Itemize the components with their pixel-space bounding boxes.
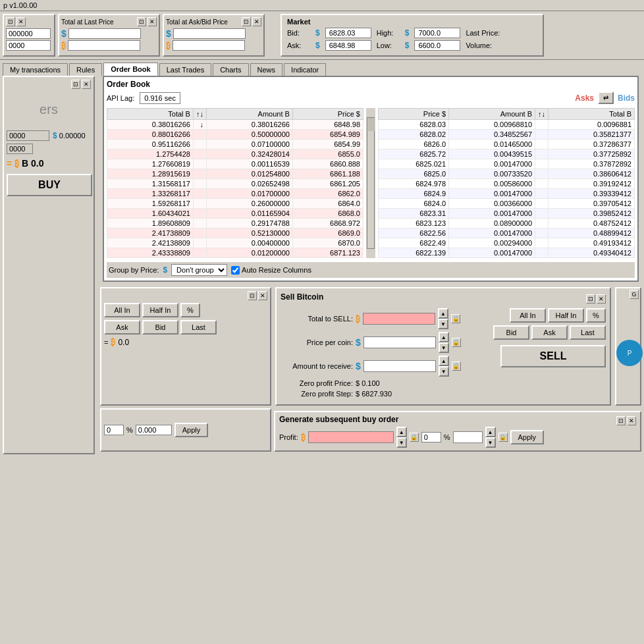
close-btn-sell[interactable]: ✕	[597, 294, 606, 304]
asks-row-11[interactable]: 2.417388090.521300006869.0	[107, 228, 363, 238]
spin-down-atr[interactable]: ▼	[439, 366, 449, 377]
spin-up-pct[interactable]: ▲	[485, 427, 496, 437]
bids-row-13[interactable]: 6822.1390.001470000.49340412	[379, 248, 635, 258]
restore-btn-right[interactable]: G	[630, 290, 639, 299]
bids-row-9[interactable]: 6823.310.001470000.39852412	[379, 209, 635, 219]
bids-row-4[interactable]: 6825.0210.001470000.37872892	[379, 159, 635, 169]
bids-col-sort[interactable]: ↑↓	[535, 109, 549, 120]
asks-row-3[interactable]: 1.27544280.324280146855.0	[107, 149, 363, 159]
spin-down-total[interactable]: ▼	[438, 319, 448, 329]
lock-btn-atr[interactable]: 🔒	[452, 362, 461, 371]
asks-row-0[interactable]: 0.38016266↓0.380162666848.98	[107, 120, 363, 130]
close-btn-tab[interactable]: ✕	[252, 17, 261, 26]
restore-btn-tab[interactable]: ⊡	[242, 17, 251, 26]
bids-row-12[interactable]: 6822.490.002940000.49193412	[379, 238, 635, 248]
close-btn-left[interactable]: ✕	[82, 80, 91, 89]
lock-btn-profit[interactable]: 🔒	[410, 433, 419, 442]
total-to-sell-input[interactable]: 0.00000000	[363, 313, 435, 325]
spin-down-profit[interactable]: ▼	[396, 437, 407, 448]
asks-row-8[interactable]: 1.592681170.260000006864.0	[107, 199, 363, 209]
asks-row-2[interactable]: 0.951162660.071000006854.99	[107, 140, 363, 149]
tab-rules[interactable]: Rules	[69, 63, 102, 76]
price-per-coin-input[interactable]: 6828.030	[363, 336, 436, 348]
group-select[interactable]: Don't group 0.1 1	[171, 264, 227, 276]
buy-button[interactable]: BUY	[7, 174, 92, 196]
left-apply-btn[interactable]: Apply	[174, 423, 209, 437]
tab-btc-input[interactable]: 0.0	[173, 40, 245, 51]
left-usd-input[interactable]	[7, 130, 49, 141]
close-btn-buy[interactable]: ✕	[258, 291, 267, 300]
amount-receive-input[interactable]: 0.00000000	[363, 360, 436, 372]
asks-row-12[interactable]: 2.421388090.004000006870.0	[107, 238, 363, 248]
restore-btn-tlp[interactable]: ⊡	[137, 17, 146, 26]
btn-pct-buy[interactable]: %	[180, 303, 200, 317]
spin-up-profit[interactable]: ▲	[396, 427, 407, 437]
restore-btn-lw[interactable]: ⊡	[6, 17, 15, 26]
asks-row-5[interactable]: 1.289156190.012548006861.188	[107, 169, 363, 179]
lock-btn-ppc[interactable]: 🔒	[452, 338, 461, 347]
asks-row-7[interactable]: 1.332681170.017000006862.0	[107, 189, 363, 199]
restore-btn-sell[interactable]: ⊡	[586, 294, 595, 304]
btn-last-sell[interactable]: Last	[570, 325, 606, 340]
profit-zero-input[interactable]	[421, 432, 441, 443]
btn-ask-buy[interactable]: Ask	[104, 320, 140, 335]
bids-row-10[interactable]: 6823.1230.089000000.48752412	[379, 219, 635, 228]
tab-order-book[interactable]: Order Book	[103, 63, 158, 76]
sell-button[interactable]: SELL	[500, 345, 606, 367]
spin-down-pct[interactable]: ▼	[485, 437, 496, 448]
btn-half-in-sell[interactable]: Half In	[548, 308, 584, 323]
profit-input[interactable]: 0.00000000	[308, 431, 394, 443]
restore-btn-buy[interactable]: ⊡	[248, 291, 257, 300]
bids-row-8[interactable]: 6824.00.003660000.39705412	[379, 199, 635, 209]
tab-charts[interactable]: Charts	[213, 63, 248, 76]
swap-button[interactable]: ⇄	[598, 92, 614, 104]
close-btn-tlp[interactable]: ✕	[148, 17, 157, 26]
tlp-usd-input[interactable]: 0.0	[68, 28, 141, 39]
bids-row-5[interactable]: 6825.00.007335200.38606412	[379, 169, 635, 179]
tab-last-trades[interactable]: Last Trades	[159, 63, 211, 76]
left-sub-step-input[interactable]	[136, 425, 172, 435]
restore-btn-sub[interactable]: ⊡	[616, 416, 626, 425]
btn-bid-buy[interactable]: Bid	[142, 320, 178, 335]
close-btn-sub[interactable]: ✕	[627, 416, 636, 425]
tab-usd-input[interactable]: 0.0	[173, 28, 246, 39]
spin-up-ppc[interactable]: ▲	[439, 332, 449, 342]
asks-row-6[interactable]: 1.315681170.026524986861.205	[107, 179, 363, 189]
left-sub-pct-input[interactable]	[104, 425, 124, 435]
asks-row-9[interactable]: 1.604340210.011659046868.0	[107, 209, 363, 219]
lock-btn-total[interactable]: 🔒	[451, 314, 460, 323]
tlp-btc-input[interactable]: 0.0	[68, 40, 140, 51]
asks-row-13[interactable]: 2.433388090.012000006871.123	[107, 248, 363, 258]
btn-all-in-sell[interactable]: All In	[510, 308, 546, 323]
btn-last-buy[interactable]: Last	[180, 320, 217, 335]
btn-bid-sell[interactable]: Bid	[493, 325, 529, 340]
btn-ask-sell[interactable]: Ask	[531, 325, 568, 340]
tab-news[interactable]: News	[250, 63, 283, 76]
bids-row-0[interactable]: 6828.030.009688100.0096881	[379, 120, 635, 130]
ob-divider[interactable]	[366, 108, 375, 258]
bids-row-3[interactable]: 6825.720.004395150.37725892	[379, 149, 635, 159]
blue-circle-icon[interactable]: P	[616, 340, 643, 366]
bids-row-1[interactable]: 6828.020.348525670.35821377	[379, 130, 635, 140]
close-btn-lw[interactable]: ✕	[16, 17, 26, 26]
asks-row-10[interactable]: 1.896088090.291747886868.972	[107, 219, 363, 228]
tab-indicator[interactable]: Indicator	[284, 63, 326, 76]
auto-resize-label[interactable]: Auto Resize Columns	[231, 266, 311, 275]
btn-half-in-buy[interactable]: Half In	[142, 303, 178, 317]
btn-all-in-buy[interactable]: All In	[104, 303, 140, 317]
asks-col-sort[interactable]: ↑↓	[193, 109, 206, 120]
lw-input1[interactable]	[6, 28, 51, 39]
apply-btn-sub[interactable]: Apply	[510, 430, 545, 444]
asks-row-1[interactable]: 0.880162660.500000006854.989	[107, 130, 363, 140]
spin-up-total[interactable]: ▲	[438, 308, 448, 319]
lw-input2[interactable]	[6, 40, 51, 51]
profit-pct-input[interactable]: 0.000	[453, 431, 483, 443]
bids-row-7[interactable]: 6824.90.001470000.39339412	[379, 189, 635, 199]
spin-down-ppc[interactable]: ▼	[439, 342, 449, 353]
bids-row-2[interactable]: 6826.00.014650000.37286377	[379, 140, 635, 149]
left-pct-input[interactable]	[7, 144, 33, 154]
auto-resize-checkbox[interactable]	[231, 266, 240, 275]
asks-row-4[interactable]: 1.276608190.001165396860.888	[107, 159, 363, 169]
tab-my-transactions[interactable]: My transactions	[3, 63, 68, 76]
btn-pct-sell[interactable]: %	[586, 308, 606, 323]
